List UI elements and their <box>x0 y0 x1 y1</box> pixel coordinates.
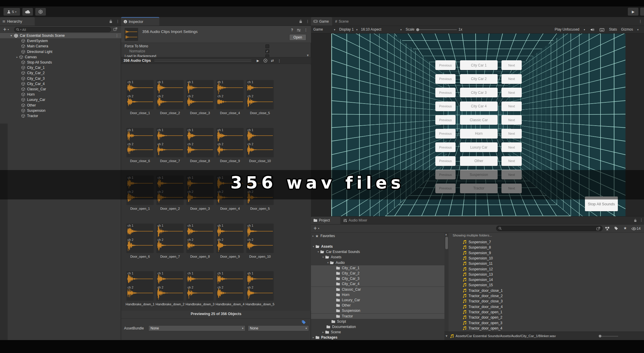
play-unfocused-dropdown[interactable]: Play Unfocused <box>555 27 579 31</box>
file-item-suspension_7[interactable]: Suspension_7 <box>449 239 644 245</box>
expand-arrow-icon[interactable]: ▾ <box>322 256 324 259</box>
kebab-menu-icon[interactable]: ⋮ <box>116 19 120 24</box>
tree-item-documentation[interactable]: Documentation <box>311 324 444 329</box>
favorites-star-icon[interactable]: ★ <box>623 226 627 230</box>
clip-waveform-door_close_8[interactable]: ch 1ch 2 <box>186 128 214 157</box>
clip-waveform-door_open_7[interactable]: ch 1ch 2 <box>156 224 184 253</box>
preview-autoplay-icon[interactable] <box>263 59 267 63</box>
display-dropdown[interactable]: Display 1 <box>339 27 354 31</box>
tree-item-audio[interactable]: ▾Audio <box>311 260 444 265</box>
eye-icon[interactable] <box>631 227 636 230</box>
tree-item-classic-car[interactable]: Classic_Car <box>311 287 444 292</box>
previous-button-1[interactable]: Previous <box>435 60 456 70</box>
tab-project[interactable]: Project <box>311 217 340 224</box>
clip-waveform-handbrake_down_2[interactable]: ch 1ch 2 <box>156 271 184 301</box>
open-search-window-icon[interactable] <box>596 227 600 230</box>
tree-item-city-car-1[interactable]: City_Car_1 <box>311 265 444 271</box>
file-item-tractor_door_close_3[interactable]: Tractor_door_close_3 <box>449 299 644 304</box>
help-icon[interactable]: ? <box>291 28 293 32</box>
hierarchy-item-city-car-3[interactable]: City_Car_3 <box>0 76 121 81</box>
tree-item-scene[interactable]: ▸Scene <box>311 329 444 335</box>
file-item-tractor_door_close_4[interactable]: Tractor_door_close_4 <box>449 304 644 309</box>
previous-button-5[interactable]: Previous <box>435 115 456 125</box>
file-item-suspension_11[interactable]: Suspension_11 <box>449 261 644 266</box>
hierarchy-item-directional-light[interactable]: Directional Light <box>0 49 121 54</box>
lock-icon[interactable] <box>634 219 637 222</box>
assetbundle-dropdown[interactable]: None ▾ <box>148 325 245 331</box>
tab-hierarchy[interactable]: ≡ Hierarchy <box>0 17 35 26</box>
clip-waveform-door_close_6[interactable]: ch 1ch 2 <box>126 128 154 157</box>
gizmos-dropdown[interactable]: Gizmos <box>621 27 633 31</box>
services-button[interactable] <box>35 8 46 16</box>
previous-button-7[interactable]: Previous <box>435 142 456 152</box>
previous-button-4[interactable]: Previous <box>435 101 456 111</box>
kebab-menu-icon[interactable]: ⋮ <box>306 19 310 24</box>
hierarchy-item-horn[interactable]: Horn <box>0 92 121 97</box>
add-dropdown-icon[interactable]: ▾ <box>8 28 9 31</box>
tab-scene[interactable]: # Scene <box>333 17 354 26</box>
tree-item-other[interactable]: Other <box>311 303 444 308</box>
search-by-type-icon[interactable] <box>605 227 610 230</box>
category-button-city-car-3[interactable]: City Car 3 <box>460 88 498 97</box>
next-button-6[interactable]: Next <box>501 129 522 139</box>
hierarchy-item-tractor[interactable]: Tractor <box>0 113 121 119</box>
tree-item-city-car-4[interactable]: City_Car_4 <box>311 281 444 287</box>
category-button-city-car-1[interactable]: City Car 1 <box>460 60 498 70</box>
file-item-tractor_door_open_4[interactable]: Tractor_door_open_4 <box>449 326 644 331</box>
kebab-menu-icon[interactable]: ⋮ <box>304 28 308 32</box>
mute-audio-icon[interactable] <box>590 28 595 31</box>
file-item-suspension_14[interactable]: Suspension_14 <box>449 277 644 282</box>
scrollbar-thumb[interactable] <box>445 237 448 249</box>
expand-arrow-icon[interactable]: ▾ <box>313 245 314 248</box>
account-button[interactable]: S ▾ <box>4 8 20 16</box>
project-search-input[interactable] <box>496 226 603 231</box>
category-button-city-car-2[interactable]: City Car 2 <box>460 74 498 84</box>
game-mode-dropdown[interactable]: Game <box>313 27 323 31</box>
previous-button-3[interactable]: Previous <box>435 88 456 97</box>
create-dropdown-icon[interactable]: ▾ <box>318 227 319 230</box>
tree-item-luxury-car[interactable]: Luxury_Car <box>311 297 444 303</box>
next-button-2[interactable]: Next <box>501 74 522 84</box>
tree-item-assets[interactable]: ▾Assets <box>311 244 444 249</box>
clip-waveform-door_close_3[interactable]: ch 1ch 2 <box>186 80 214 109</box>
hierarchy-root-row[interactable]: ▾Car Essential Sounds Scene⋮ <box>0 33 121 38</box>
next-button-4[interactable]: Next <box>501 101 522 111</box>
previous-button-2[interactable]: Previous <box>435 74 456 84</box>
tree-item-suspension[interactable]: Suspension <box>311 308 444 313</box>
tab-game[interactable]: Game <box>311 17 332 26</box>
next-button-5[interactable]: Next <box>501 115 522 125</box>
kebab-menu-icon[interactable]: ⋮ <box>638 19 642 24</box>
file-item-suspension_10[interactable]: Suspension_10 <box>449 256 644 261</box>
hierarchy-item-classic-car[interactable]: Classic_Car <box>0 86 121 92</box>
preview-header[interactable]: 356 Audio Clips ▶ ⇄ ⋮ <box>121 57 311 64</box>
hierarchy-item-other[interactable]: Other <box>0 103 121 108</box>
preview-swap-icon[interactable]: ⇄ <box>271 59 274 63</box>
assetbundle-tag-icon[interactable] <box>302 320 306 324</box>
tree-item-horn[interactable]: Horn <box>311 292 444 297</box>
file-item-tractor_door_close_1[interactable]: Tractor_door_close_1 <box>449 288 644 293</box>
file-item-tractor_door_close_2[interactable]: Tractor_door_close_2 <box>449 293 644 299</box>
kebab-menu-icon[interactable]: ⋮ <box>640 218 643 222</box>
keyboard-icon[interactable] <box>600 28 604 31</box>
clip-waveform-door_close_10[interactable]: ch 1ch 2 <box>246 128 274 157</box>
lock-icon[interactable] <box>109 20 112 23</box>
scale-slider-thumb[interactable] <box>416 28 419 31</box>
tree-item-city-car-2[interactable]: City_Car_2 <box>311 271 444 276</box>
expand-arrow-icon[interactable]: ▾ <box>318 250 319 253</box>
hierarchy-item-city-car-1[interactable]: City_Car_1 <box>0 65 121 70</box>
next-button-3[interactable]: Next <box>501 88 522 97</box>
hierarchy-item-main-camera[interactable]: Main Camera <box>0 44 121 49</box>
previous-button-6[interactable]: Previous <box>435 129 456 139</box>
category-button-other[interactable]: Other <box>460 156 498 166</box>
next-button-7[interactable]: Next <box>501 142 522 152</box>
clip-waveform-door_open_8[interactable]: ch 1ch 2 <box>186 224 214 253</box>
tree-item-tractor[interactable]: Tractor <box>311 314 444 319</box>
file-item-tractor_door_open_1[interactable]: Tractor_door_open_1 <box>449 309 644 315</box>
expand-arrow-icon[interactable]: ▸ <box>16 56 18 59</box>
scroll-hint-icon[interactable]: ▼ <box>307 54 309 57</box>
tree-item-favorites[interactable]: ▸★Favorites <box>311 233 444 239</box>
search-by-label-icon[interactable] <box>614 227 618 230</box>
open-button[interactable]: Open <box>289 34 306 41</box>
clip-waveform-door_close_7[interactable]: ch 1ch 2 <box>156 128 184 157</box>
tree-item-script[interactable]: Script <box>311 319 444 324</box>
